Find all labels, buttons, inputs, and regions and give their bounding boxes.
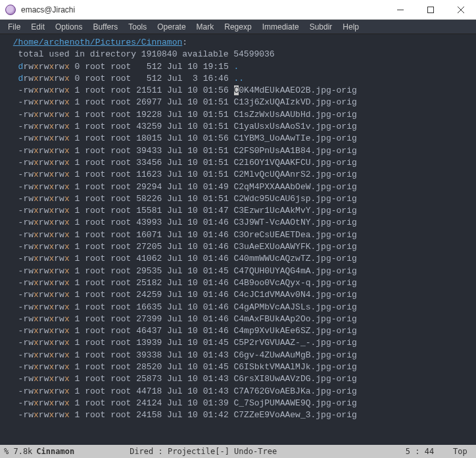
dired-entry[interactable]: -rwxrwxrwx 1 root root 28520 Jul 10 01:4…: [1, 361, 475, 373]
dired-entry[interactable]: -rwxrwxrwx 1 root root 18015 Jul 10 01:5…: [1, 133, 475, 145]
modeline-pos: 5 : 44 Top: [406, 447, 472, 456]
window-buttons: [385, 0, 476, 20]
dired-entry[interactable]: -rwxrwxrwx 1 root root 33456 Jul 10 01:5…: [1, 157, 475, 169]
menu-subdir[interactable]: Subdir: [304, 21, 338, 33]
dired-entry[interactable]: -rwxrwxrwx 1 root root 25873 Jul 10 01:4…: [1, 373, 475, 385]
dired-total: total used in directory 1910840 availabl…: [1, 49, 475, 60]
menu-operate[interactable]: Operate: [152, 21, 191, 33]
dired-entry[interactable]: -rwxrwxrwx 1 root root 39338 Jul 10 01:4…: [1, 350, 475, 361]
dired-path: /home/archenoth/Pictures/Cinnamon:: [1, 37, 475, 49]
modeline: % 7.8k Cinnamon Dired : Projectile[-] Un…: [0, 445, 476, 458]
minimize-button[interactable]: [385, 0, 416, 20]
dired-entry[interactable]: -rwxrwxrwx 1 root root 16635 Jul 10 01:4…: [1, 302, 475, 313]
dired-entry[interactable]: -rwxrwxrwx 1 root root 21511 Jul 10 01:5…: [1, 85, 475, 97]
dired-entry[interactable]: drwxrwxrwx 0 root root 512 Jul 10 19:15 …: [1, 61, 475, 73]
svg-rect-1: [428, 7, 434, 12]
dired-entry[interactable]: -rwxrwxrwx 1 root root 24124 Jul 10 01:3…: [1, 398, 475, 409]
modeline-pct: % 7.8k: [4, 447, 32, 456]
menu-file[interactable]: File: [3, 21, 26, 33]
dired-entry[interactable]: -rwxrwxrwx 1 root root 39433 Jul 10 01:5…: [1, 145, 475, 157]
emacs-icon: [5, 5, 16, 15]
menu-options[interactable]: Options: [50, 21, 87, 33]
dired-entry[interactable]: -rwxrwxrwx 1 root root 13939 Jul 10 01:4…: [1, 337, 475, 349]
modeline-buffer: Cinnamon: [36, 447, 74, 456]
dired-entry[interactable]: -rwxrwxrwx 1 root root 41062 Jul 10 01:4…: [1, 253, 475, 265]
dired-entry[interactable]: -rwxrwxrwx 1 root root 26977 Jul 10 01:5…: [1, 97, 475, 108]
dired-entry[interactable]: -rwxrwxrwx 1 root root 19228 Jul 10 01:5…: [1, 109, 475, 121]
dired-entry[interactable]: -rwxrwxrwx 1 root root 27399 Jul 10 01:4…: [1, 313, 475, 325]
menu-help[interactable]: Help: [337, 21, 364, 33]
dired-entry[interactable]: drwxrwxrwx 0 root root 512 Jul 3 16:46 .…: [1, 73, 475, 85]
dired-entry[interactable]: -rwxrwxrwx 1 root root 29294 Jul 10 01:4…: [1, 181, 475, 193]
dired-entry[interactable]: -rwxrwxrwx 1 root root 25182 Jul 10 01:4…: [1, 277, 475, 289]
menu-regexp[interactable]: Regexp: [219, 21, 256, 33]
dired-entry[interactable]: -rwxrwxrwx 1 root root 16071 Jul 10 01:4…: [1, 229, 475, 241]
dired-entry[interactable]: -rwxrwxrwx 1 root root 11623 Jul 10 01:5…: [1, 169, 475, 181]
dired-entry[interactable]: -rwxrwxrwx 1 root root 15581 Jul 10 01:4…: [1, 205, 475, 217]
dired-entry[interactable]: -rwxrwxrwx 1 root root 29535 Jul 10 01:4…: [1, 265, 475, 277]
modeline-modes: Dired : Projectile[-] Undo-Tree: [130, 447, 277, 456]
maximize-button[interactable]: [416, 0, 446, 20]
dired-entry[interactable]: -rwxrwxrwx 1 root root 24158 Jul 10 01:4…: [1, 409, 475, 421]
menu-immediate[interactable]: Immediate: [257, 21, 304, 33]
menu-tools[interactable]: Tools: [123, 21, 152, 33]
menu-mark[interactable]: Mark: [191, 21, 220, 33]
dired-entry[interactable]: -rwxrwxrwx 1 root root 44718 Jul 10 01:4…: [1, 386, 475, 398]
menubar: FileEditOptionsBuffersToolsOperateMarkRe…: [0, 20, 476, 34]
window-title: emacs@Jirachi: [21, 5, 75, 14]
dired-entry[interactable]: -rwxrwxrwx 1 root root 58226 Jul 10 01:5…: [1, 193, 475, 205]
dired-entry[interactable]: -rwxrwxrwx 1 root root 43259 Jul 10 01:5…: [1, 121, 475, 133]
dired-entry[interactable]: -rwxrwxrwx 1 root root 46437 Jul 10 01:4…: [1, 325, 475, 337]
close-button[interactable]: [446, 0, 476, 20]
dired-buffer[interactable]: /home/archenoth/Pictures/Cinnamon: total…: [0, 34, 476, 445]
titlebar: emacs@Jirachi: [0, 0, 476, 20]
menu-edit[interactable]: Edit: [26, 21, 50, 33]
dired-entry[interactable]: -rwxrwxrwx 1 root root 43993 Jul 10 01:4…: [1, 217, 475, 229]
dired-entry[interactable]: -rwxrwxrwx 1 root root 24259 Jul 10 01:4…: [1, 289, 475, 301]
menu-buffers[interactable]: Buffers: [87, 21, 123, 33]
dired-entry[interactable]: -rwxrwxrwx 1 root root 27205 Jul 10 01:4…: [1, 241, 475, 253]
